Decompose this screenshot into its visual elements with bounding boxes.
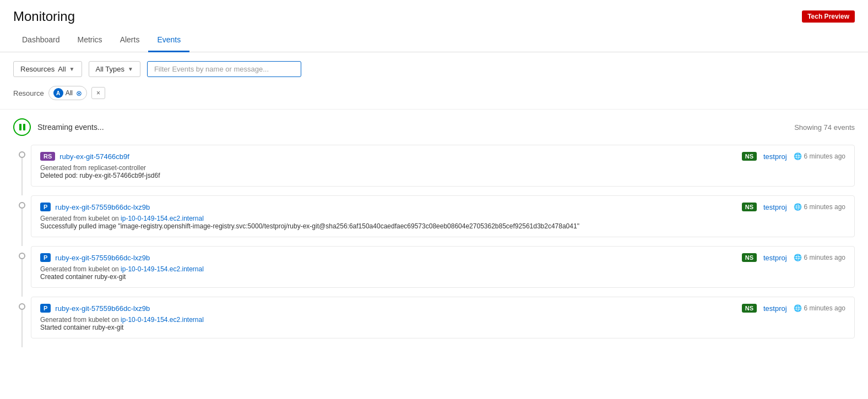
event-right: NS testproj 🌐 6 minutes ago bbox=[742, 203, 845, 211]
filter-row: Resource A All ⊗ × bbox=[0, 86, 868, 109]
event-right: NS testproj 🌐 6 minutes ago bbox=[742, 304, 845, 313]
event-name-link[interactable]: ruby-ex-git-57559b66dc-lxz9b bbox=[55, 254, 150, 262]
event-source: Generated from replicaset-controller bbox=[40, 164, 146, 172]
namespace-badge: NS bbox=[742, 203, 757, 211]
namespace-link[interactable]: testproj bbox=[763, 203, 787, 211]
resources-caret-icon: ▼ bbox=[69, 66, 75, 72]
event-right: NS testproj 🌐 6 minutes ago bbox=[742, 253, 845, 262]
timeline-col bbox=[13, 195, 31, 246]
globe-icon: 🌐 bbox=[794, 203, 802, 211]
nav-tabs: Dashboard Metrics Alerts Events bbox=[0, 29, 868, 52]
event-row: RS ruby-ex-git-57466cb9f NS testproj 🌐 6… bbox=[13, 145, 855, 195]
event-message: Created container ruby-ex-git bbox=[40, 273, 845, 281]
event-left: P ruby-ex-git-57559b66dc-lxz9b bbox=[40, 253, 150, 262]
globe-icon: 🌐 bbox=[794, 304, 802, 312]
timeline-col bbox=[13, 246, 31, 297]
timeline-dot bbox=[19, 202, 25, 209]
event-source: Generated from kubelet on ip-10-0-149-15… bbox=[40, 316, 204, 324]
event-source-link[interactable]: ip-10-0-149-154.ec2.internal bbox=[121, 316, 204, 324]
events-header: Streaming events... Showing 74 events bbox=[0, 110, 868, 145]
namespace-link[interactable]: testproj bbox=[763, 254, 787, 262]
event-left: RS ruby-ex-git-57466cb9f bbox=[40, 152, 129, 161]
event-card: RS ruby-ex-git-57466cb9f NS testproj 🌐 6… bbox=[31, 145, 855, 187]
resources-label: Resources bbox=[20, 65, 55, 73]
event-card: P ruby-ex-git-57559b66dc-lxz9b NS testpr… bbox=[31, 195, 855, 237]
pause-button[interactable] bbox=[13, 118, 31, 136]
tab-alerts[interactable]: Alerts bbox=[111, 29, 149, 52]
globe-icon: 🌐 bbox=[794, 152, 802, 160]
event-left: P ruby-ex-git-57559b66dc-lxz9b bbox=[40, 203, 150, 211]
timeline-dot bbox=[19, 253, 25, 259]
event-name-link[interactable]: ruby-ex-git-57559b66dc-lxz9b bbox=[55, 304, 150, 313]
event-time: 🌐 6 minutes ago bbox=[794, 152, 845, 160]
types-caret-icon: ▼ bbox=[128, 66, 133, 72]
event-source: Generated from kubelet on ip-10-0-149-15… bbox=[40, 265, 204, 273]
event-time: 🌐 6 minutes ago bbox=[794, 254, 845, 261]
event-message: Started container ruby-ex-git bbox=[40, 324, 845, 331]
timeline-line bbox=[21, 259, 23, 297]
event-message: Successfully pulled image "image-registr… bbox=[40, 222, 845, 230]
event-row: P ruby-ex-git-57559b66dc-lxz9b NS testpr… bbox=[13, 297, 855, 347]
filter-chip-close-icon: ⊗ bbox=[76, 89, 82, 97]
filter-chip-text: All bbox=[66, 89, 73, 97]
event-time: 🌐 6 minutes ago bbox=[794, 304, 845, 312]
timeline-line bbox=[21, 158, 23, 195]
tab-dashboard[interactable]: Dashboard bbox=[13, 29, 69, 52]
event-left: P ruby-ex-git-57559b66dc-lxz9b bbox=[40, 304, 150, 313]
event-card: P ruby-ex-git-57559b66dc-lxz9b NS testpr… bbox=[31, 246, 855, 288]
timeline-line bbox=[21, 310, 23, 347]
namespace-link[interactable]: testproj bbox=[763, 304, 787, 313]
event-row: P ruby-ex-git-57559b66dc-lxz9b NS testpr… bbox=[13, 195, 855, 246]
event-time: 🌐 6 minutes ago bbox=[794, 203, 845, 211]
event-source-link[interactable]: ip-10-0-149-154.ec2.internal bbox=[121, 265, 204, 273]
tech-preview-badge: Tech Preview bbox=[802, 10, 855, 23]
namespace-link[interactable]: testproj bbox=[763, 152, 787, 161]
filter-chip-icon: A bbox=[53, 88, 63, 98]
event-name-link[interactable]: ruby-ex-git-57559b66dc-lxz9b bbox=[55, 203, 150, 211]
types-dropdown[interactable]: All Types ▼ bbox=[89, 61, 140, 77]
resource-type-badge: P bbox=[40, 253, 51, 262]
filter-chip-all[interactable]: A All ⊗ bbox=[48, 86, 87, 100]
timeline-col bbox=[13, 297, 31, 347]
tab-events[interactable]: Events bbox=[148, 29, 189, 52]
events-timeline: RS ruby-ex-git-57466cb9f NS testproj 🌐 6… bbox=[0, 145, 868, 347]
filter-row-label: Resource bbox=[13, 89, 44, 97]
event-message: Deleted pod: ruby-ex-git-57466cb9f-jsd6f bbox=[40, 172, 845, 179]
resources-value: All bbox=[58, 65, 66, 73]
toolbar: Resources All ▼ All Types ▼ bbox=[0, 52, 868, 86]
timeline-dot bbox=[19, 303, 25, 310]
event-source: Generated from kubelet on ip-10-0-149-15… bbox=[40, 215, 204, 222]
namespace-badge: NS bbox=[742, 152, 757, 161]
timeline-dot bbox=[19, 151, 25, 158]
pause-icon bbox=[19, 124, 25, 130]
page-header: Monitoring Tech Preview bbox=[0, 0, 868, 29]
tab-metrics[interactable]: Metrics bbox=[69, 29, 111, 52]
namespace-badge: NS bbox=[742, 253, 757, 262]
events-count: Showing 74 events bbox=[794, 123, 855, 132]
timeline-line bbox=[21, 209, 23, 246]
event-card: P ruby-ex-git-57559b66dc-lxz9b NS testpr… bbox=[31, 297, 855, 338]
filter-clear-button[interactable]: × bbox=[91, 87, 105, 99]
namespace-badge: NS bbox=[742, 304, 757, 313]
event-source-link[interactable]: ip-10-0-149-154.ec2.internal bbox=[121, 215, 204, 222]
timeline-col bbox=[13, 145, 31, 195]
resources-dropdown[interactable]: Resources All ▼ bbox=[13, 61, 82, 77]
resource-type-badge: RS bbox=[40, 152, 55, 161]
event-name-link[interactable]: ruby-ex-git-57466cb9f bbox=[59, 152, 129, 161]
filter-input[interactable] bbox=[147, 61, 301, 77]
event-right: NS testproj 🌐 6 minutes ago bbox=[742, 152, 845, 161]
streaming-text: Streaming events... bbox=[37, 123, 104, 132]
event-row: P ruby-ex-git-57559b66dc-lxz9b NS testpr… bbox=[13, 246, 855, 297]
filter-clear-icon: × bbox=[96, 89, 100, 97]
types-label: All Types bbox=[96, 65, 125, 73]
resource-type-badge: P bbox=[40, 304, 51, 313]
resource-type-badge: P bbox=[40, 203, 51, 211]
globe-icon: 🌐 bbox=[794, 254, 802, 261]
page-title: Monitoring bbox=[13, 9, 75, 24]
